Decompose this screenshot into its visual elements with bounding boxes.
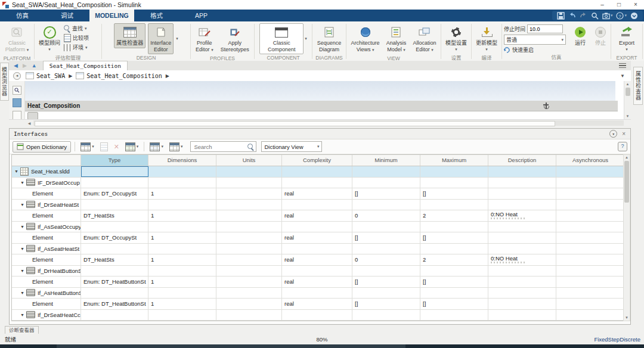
column-header-Complexity[interactable]: Complexity [282,155,352,166]
table-row-IF_DrSeatOccup[interactable]: ▼IF_DrSeatOccup [12,178,626,189]
cell-description[interactable] [488,276,556,287]
expand-collapse-icon[interactable]: ▼ [14,169,18,173]
column-header-Type[interactable]: Type [81,155,148,166]
cell-asynchronous[interactable] [556,210,625,221]
cell-type[interactable] [81,266,148,276]
copy-interface-button[interactable] [98,141,110,153]
cell-units[interactable] [216,166,282,177]
cell-maximum[interactable]: [] [420,188,488,199]
stop-time-input[interactable] [527,24,563,33]
column-header-Description[interactable]: Description [488,155,556,166]
tab-list-icon[interactable] [619,63,626,69]
cell-type[interactable]: Enum: DT_HeatButtonSt [81,276,148,287]
cell-description[interactable]: 0:NO Heat [488,210,556,221]
cell-description[interactable] [488,266,556,276]
cell-type[interactable]: DT_HeatSts [81,254,148,265]
architecture-views-button[interactable]: Architecture Views ▾ [349,23,382,55]
cell-maximum[interactable] [420,222,488,232]
cell-minimum[interactable] [352,310,420,321]
scroll-thumb[interactable] [624,161,629,203]
forward-icon[interactable]: ▶ [23,63,27,69]
cell-tree[interactable]: Element [12,232,81,243]
cell-minimum[interactable]: 0 [352,210,420,221]
cell-asynchronous[interactable] [556,310,625,321]
scroll-left-icon[interactable]: ◀ [25,121,33,125]
cell-maximum[interactable]: 2 [420,210,488,221]
cell-description[interactable] [488,232,556,243]
cell-description[interactable] [488,166,556,177]
cell-asynchronous[interactable] [556,178,625,188]
scroll-down-icon[interactable]: ▼ [624,113,631,119]
cell-complexity[interactable] [282,200,352,210]
cell-units[interactable] [216,188,282,199]
cell-maximum[interactable] [420,178,488,188]
cell-minimum[interactable]: [] [352,299,420,309]
group-view-button[interactable]: ▾ [148,141,165,153]
panel-menu-icon[interactable]: ▾ [609,130,617,138]
cell-asynchronous[interactable] [556,244,625,254]
cell-description[interactable] [488,200,556,210]
cell-tree[interactable]: Element [12,188,81,199]
model-browser-tab[interactable]: 模型浏览器 [0,63,9,101]
cell-dimensions[interactable] [148,288,216,299]
cell-units[interactable] [216,222,282,232]
environment-button[interactable]: 环境▾ [64,43,89,52]
cell-type[interactable] [81,200,148,210]
cell-description[interactable] [488,288,556,299]
table-vertical-scrollbar[interactable]: ▲ ▼ [623,154,630,321]
cell-asynchronous[interactable] [556,200,625,210]
search-icon[interactable] [591,12,599,20]
cell-complexity[interactable] [282,222,352,232]
cell-complexity[interactable] [282,166,352,177]
cell-asynchronous[interactable] [556,276,625,287]
expand-collapse-icon[interactable]: ▼ [20,181,24,185]
cell-maximum[interactable] [420,244,488,254]
scroll-up-icon[interactable]: ▲ [624,155,630,160]
cell-description[interactable] [488,321,556,321]
cell-tree[interactable]: Element [12,276,81,287]
search-field[interactable] [190,141,256,152]
table-row-Element[interactable]: ElementEnum: DT_HeatButtonSt1real[][] [12,299,626,310]
table-row-Element[interactable]: ElementEnum: DT_HeatButtonSt1real[][] [12,276,626,288]
design-more-chevron-icon[interactable]: ▾ [176,36,178,41]
expand-collapse-icon[interactable]: ▼ [20,291,24,295]
sim-mode-select[interactable]: 普通▾ [504,35,566,45]
up-to-parent-icon[interactable]: ▲ [32,63,37,69]
table-row-If_AsSeatOccupy[interactable]: ▼If_AsSeatOccupy [12,222,626,233]
cell-asynchronous[interactable] [556,232,625,243]
cell-asynchronous[interactable] [556,188,625,199]
cell-asynchronous[interactable] [556,254,625,265]
cell-dimensions[interactable] [148,266,216,276]
table-row-Seat_Heat.sldd[interactable]: ▼Seat_Heat.sldd [12,166,626,178]
cell-type[interactable]: Enum: DT_HeatButtonSt [81,299,148,309]
interface-editor-button[interactable]: Interface Editor [148,23,174,54]
fast-restart-button[interactable]: 快速重启 [504,46,566,54]
cell-complexity[interactable] [282,266,352,276]
cell-units[interactable] [216,232,282,243]
cell-type[interactable]: Enum: DT_OccupySt [81,232,148,243]
table-row-Element[interactable]: ElementDT_HeatSts1real020:NO Heat [12,254,626,266]
viewport-icon[interactable] [13,111,21,119]
cell-dimensions[interactable]: 1 [148,232,216,243]
expand-collapse-icon[interactable]: ▼ [20,247,24,251]
cell-dimensions[interactable] [148,166,216,177]
ribbon-tab-2[interactable]: MODELING [89,10,134,21]
collapse-toolstrip-icon[interactable] [630,12,638,20]
table-row-Element[interactable]: ElementEnum: DT_OccupySt1real[][] [12,232,626,244]
scroll-thumb[interactable] [35,121,555,126]
cell-complexity[interactable]: real [282,276,352,287]
cell-dimensions[interactable]: 1 [148,210,216,221]
open-dictionary-button[interactable]: Open Dictionary [13,141,71,153]
model-canvas[interactable]: Heat_Composition ▲ ▼ [9,81,631,119]
canvas-horizontal-scrollbar[interactable]: ◀ [9,119,631,126]
ribbon-tab-4[interactable]: APP [179,10,224,21]
back-icon[interactable]: ◀ [14,63,18,69]
column-header-Minimum[interactable]: Minimum [352,155,420,166]
cell-complexity[interactable]: real [282,254,352,265]
breadcrumb-item-root[interactable]: Seat_SWA [26,72,65,79]
table-row-If_DrHeatButtonS[interactable]: ▼If_DrHeatButtonS [12,266,626,277]
cell-maximum[interactable] [420,166,488,177]
compare-button[interactable]: 比较项 [64,33,89,42]
cell-asynchronous[interactable] [556,321,625,321]
cell-maximum[interactable]: [] [420,232,488,243]
